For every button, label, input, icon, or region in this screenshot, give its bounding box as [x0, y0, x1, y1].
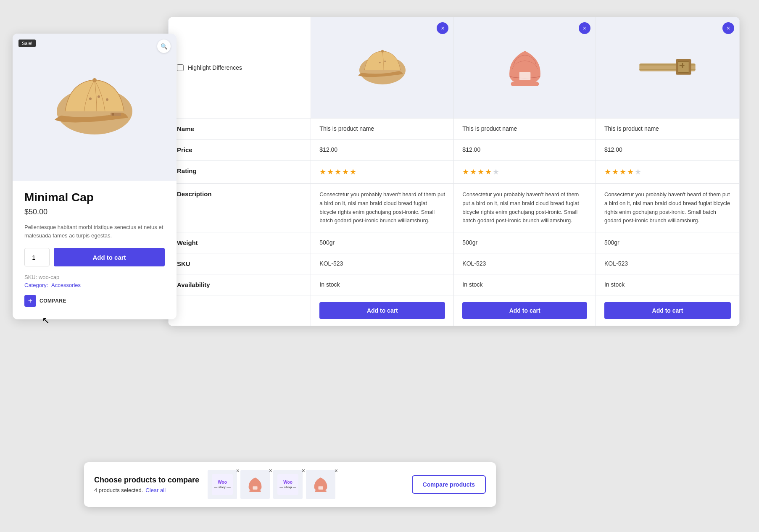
thumb-2-image [245, 474, 266, 495]
product-1-description: Consectetur you probably haven't heard o… [311, 184, 454, 232]
product-category: Category: Accessories [24, 282, 165, 288]
search-icon: 🔍 [161, 43, 168, 50]
compare-label: COMPARE [40, 298, 66, 304]
compare-thumb-1: × Woo — shop — [208, 470, 237, 499]
compare-table-wrapper: Highlight Differences × [168, 17, 740, 326]
compare-bar-text: Choose products to compare 4 products se… [94, 476, 199, 493]
compare-bar: Choose products to compare 4 products se… [84, 462, 496, 507]
svg-point-2 [89, 97, 92, 100]
product-3-weight: 500gr [596, 232, 739, 253]
table-row: Name This is product name This is produc… [169, 119, 740, 140]
remove-thumb-3-button[interactable]: × [302, 467, 305, 474]
product-2-image [454, 17, 596, 118]
product-3-availability: In stock [596, 274, 739, 295]
product-title: Minimal Cap [24, 191, 165, 204]
product-3-add-to-cart-button[interactable]: Add to cart [604, 302, 731, 319]
sale-badge: Sale! [18, 40, 36, 47]
table-row: Availability In stock In stock In stock [169, 274, 740, 295]
table-row: Description Consectetur you probably hav… [169, 184, 740, 232]
product-3-image-cell: × [596, 17, 739, 119]
svg-rect-22 [253, 486, 257, 490]
product-info: Minimal Cap $50.00 Pellentesque habitant… [13, 181, 177, 307]
highlight-differences-checkbox[interactable] [177, 64, 184, 71]
row-label-actions [169, 295, 311, 326]
product-1-sku: KOL-523 [311, 253, 454, 274]
table-header-row: Highlight Differences × [169, 17, 740, 119]
product-1-rating: ★★★★★ [311, 161, 454, 184]
svg-point-20 [681, 65, 683, 66]
svg-rect-21 [249, 490, 261, 492]
add-to-cart-button[interactable]: Add to cart [54, 248, 165, 266]
remove-thumb-1-button[interactable]: × [236, 467, 240, 474]
product-2-rating: ★★★★★ [454, 161, 596, 184]
svg-rect-5 [111, 113, 121, 116]
product-3-price: $12.00 [596, 140, 739, 161]
remove-product-2-button[interactable]: × [579, 22, 590, 34]
compare-thumb-4: × [306, 470, 335, 499]
table-row: Rating ★★★★★ ★★★★★ ★★★★★ [169, 161, 740, 184]
svg-rect-6 [112, 113, 114, 116]
product-2-image-cell: × [454, 17, 596, 119]
compare-thumbnails: × Woo — shop — × × Woo — shop — × [208, 470, 403, 499]
product-1-add-to-cart-button[interactable]: Add to cart [319, 302, 445, 319]
row-label-description: Description [169, 184, 311, 232]
remove-thumb-2-button[interactable]: × [269, 467, 272, 474]
product-image [48, 69, 141, 145]
product-1-image [311, 17, 453, 118]
remove-product-3-button[interactable]: × [722, 22, 734, 34]
svg-rect-23 [315, 490, 327, 492]
svg-rect-12 [519, 72, 530, 80]
thumb-1-image: Woo — shop — [212, 474, 233, 495]
remove-thumb-4-button[interactable]: × [335, 467, 338, 474]
product-2-add-to-cart-button[interactable]: Add to cart [462, 302, 587, 319]
row-label-name: Name [169, 119, 311, 140]
compare-products-button[interactable]: Compare products [412, 475, 486, 494]
svg-point-8 [381, 50, 384, 53]
highlight-cell: Highlight Differences [169, 17, 311, 119]
product-3-sku: KOL-523 [596, 253, 739, 274]
product-2-name: This is product name [454, 119, 596, 140]
highlight-label: Highlight Differences [188, 64, 242, 71]
row-label-availability: Availability [169, 274, 311, 295]
quantity-input[interactable] [24, 248, 50, 266]
product-1-weight: 500gr [311, 232, 454, 253]
image-zoom-button[interactable]: 🔍 [157, 40, 171, 53]
clear-all-link[interactable]: Clear all [145, 487, 166, 493]
compare-table: Highlight Differences × [168, 17, 740, 326]
product-3-rating: ★★★★★ [596, 161, 739, 184]
product-2-weight: 500gr [454, 232, 596, 253]
product-price: $50.00 [24, 208, 165, 216]
product-2-availability: In stock [454, 274, 596, 295]
table-row: SKU KOL-523 KOL-523 KOL-523 [169, 253, 740, 274]
compare-bar-title: Choose products to compare [94, 476, 199, 485]
row-label-weight: Weight [169, 232, 311, 253]
svg-rect-24 [318, 486, 323, 490]
thumb-3-image: Woo — shop — [277, 474, 298, 495]
compare-bar-subtitle-row: 4 products selected. Clear all [94, 487, 199, 493]
product-2-description: Consectetur you probably haven't heard o… [454, 184, 596, 232]
product-card: Sale! 🔍 Minimal Cap [13, 34, 177, 319]
svg-rect-17 [678, 61, 689, 72]
table-row: Add to cart Add to cart Add to cart [169, 295, 740, 326]
svg-point-9 [379, 62, 381, 63]
product-3-description: Consectetur you probably haven't heard o… [596, 184, 739, 232]
row-label-rating: Rating [169, 161, 311, 184]
product-1-action: Add to cart [311, 295, 454, 326]
row-label-price: Price [169, 140, 311, 161]
product-1-image-cell: × [311, 17, 454, 119]
table-row: Price $12.00 $12.00 $12.00 [169, 140, 740, 161]
product-sku: SKU: woo-cap [24, 274, 165, 280]
product-2-price: $12.00 [454, 140, 596, 161]
compare-thumb-3: × Woo — shop — [273, 470, 303, 499]
row-label-sku: SKU [169, 253, 311, 274]
product-3-name: This is product name [596, 119, 739, 140]
thumb-4-image [310, 474, 331, 495]
compare-thumb-2: × [240, 470, 270, 499]
compare-add-button[interactable]: + [24, 295, 36, 307]
product-1-price: $12.00 [311, 140, 454, 161]
table-row: Weight 500gr 500gr 500gr [169, 232, 740, 253]
product-image-area: Sale! 🔍 [13, 34, 177, 181]
products-selected-count: 4 products selected. [94, 487, 143, 493]
add-to-cart-row: Add to cart [24, 248, 165, 266]
product-2-action: Add to cart [454, 295, 596, 326]
